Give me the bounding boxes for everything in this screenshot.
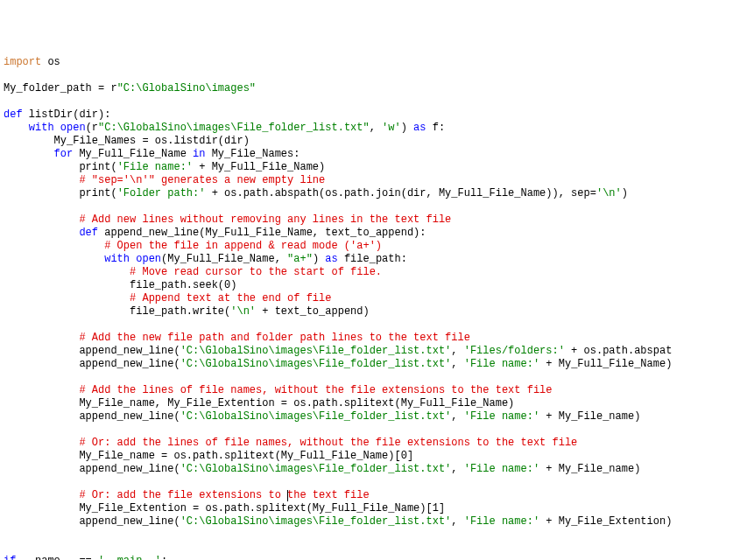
code-line: # Add the new file path and folder path … bbox=[4, 332, 743, 345]
code-line: # Move read cursor to the start of file. bbox=[4, 266, 743, 279]
comment: # "sep='\n'" generates a new empty line bbox=[4, 174, 325, 186]
code-line: My_folder_path = r"C:\GlobalSino\images" bbox=[4, 82, 743, 95]
code-line: # Or: add the file extensions to the tex… bbox=[4, 489, 743, 502]
code-line bbox=[4, 424, 743, 437]
code-line bbox=[4, 528, 743, 542]
code-line: print('Folder path:' + os.path.abspath(o… bbox=[4, 187, 743, 200]
code-line: file_path.write('\n' + text_to_append) bbox=[4, 305, 743, 318]
code-line bbox=[4, 200, 743, 214]
code-line: file_path.seek(0) bbox=[4, 279, 743, 292]
code-line: # Append text at the end of file bbox=[4, 292, 743, 305]
code-line: append_new_line('C:\GlobalSino\images\Fi… bbox=[4, 410, 743, 424]
code-line: if __name__ == '__main__': bbox=[4, 555, 743, 560]
code-line: append_new_line('C:\GlobalSino\images\Fi… bbox=[4, 515, 743, 528]
comment: # Add new lines without removing any lin… bbox=[4, 214, 451, 226]
comment: # Open the file in append & read mode ('… bbox=[4, 240, 382, 252]
comment: # Move read cursor to the start of file. bbox=[4, 266, 382, 278]
code-line: def append_new_line(My_Full_File_Name, t… bbox=[4, 227, 743, 240]
code-line: My_File_Names = os.listdir(dir) bbox=[4, 135, 743, 148]
code-line: with open(My_Full_File_Name, "a+") as fi… bbox=[4, 253, 743, 266]
code-line: append_new_line('C:\GlobalSino\images\Fi… bbox=[4, 463, 743, 476]
comment: # Append text at the end of file bbox=[4, 292, 331, 304]
keyword-def: def bbox=[4, 108, 23, 121]
code-line bbox=[4, 69, 743, 82]
keyword-import: import bbox=[4, 56, 41, 68]
code-line: import os bbox=[4, 56, 743, 69]
code-line: # Add the lines of file names, without t… bbox=[4, 384, 743, 397]
comment: # Or: add the file extensions to bbox=[4, 489, 287, 501]
code-line: My_File_name = os.path.splitext(My_Full_… bbox=[4, 450, 743, 463]
code-line bbox=[4, 95, 743, 108]
code-line: # Or: add the lines of file names, witho… bbox=[4, 437, 743, 450]
code-line: with open(r"C:\GlobalSino\images\File_fo… bbox=[4, 122, 743, 135]
code-line bbox=[4, 542, 743, 555]
comment: # Or: add the lines of file names, witho… bbox=[4, 437, 577, 449]
code-line: print('File name:' + My_Full_File_Name) bbox=[4, 161, 743, 174]
comment: # Add the new file path and folder path … bbox=[4, 332, 470, 344]
code-line: My_File_Extention = os.path.splitext(My_… bbox=[4, 502, 743, 515]
code-line: # Open the file in append & read mode ('… bbox=[4, 240, 743, 253]
code-line: My_File_name, My_File_Extention = os.pat… bbox=[4, 397, 743, 410]
code-line bbox=[4, 371, 743, 384]
code-line bbox=[4, 318, 743, 332]
code-line: for My_Full_File_Name in My_File_Names: bbox=[4, 148, 743, 161]
code-line: # Add new lines without removing any lin… bbox=[4, 214, 743, 227]
code-editor[interactable]: import os My_folder_path = r"C:\GlobalSi… bbox=[4, 56, 743, 560]
code-line: def listDir(dir): bbox=[4, 108, 743, 122]
code-line: append_new_line('C:\GlobalSino\images\Fi… bbox=[4, 345, 743, 358]
code-line bbox=[4, 476, 743, 489]
code-line: append_new_line('C:\GlobalSino\images\Fi… bbox=[4, 358, 743, 371]
code-line: # "sep='\n'" generates a new empty line bbox=[4, 174, 743, 187]
comment: # Add the lines of file names, without t… bbox=[4, 384, 553, 396]
